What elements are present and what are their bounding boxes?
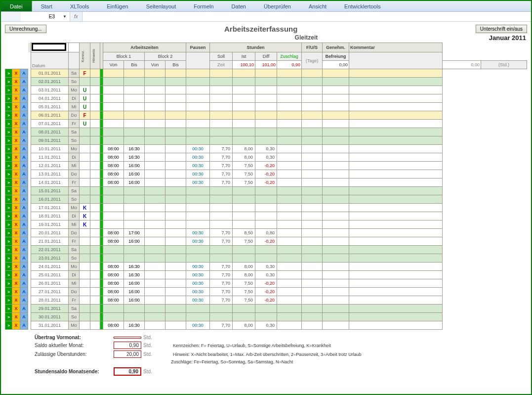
cell-ist[interactable] (233, 246, 255, 254)
cell-von2[interactable] (145, 263, 165, 271)
row-expand-button[interactable]: > (5, 279, 12, 288)
cell-fus[interactable] (302, 220, 323, 229)
cell-von2[interactable] (145, 145, 165, 153)
cell-befreiung[interactable] (323, 111, 349, 120)
cell-pause[interactable] (186, 78, 210, 86)
cell-diff[interactable] (255, 305, 277, 313)
cell-bis2[interactable] (165, 229, 186, 237)
cell-von1[interactable]: 08:00 (103, 321, 124, 330)
cell-kommentar[interactable] (349, 78, 443, 86)
row-expand-button[interactable]: > (5, 229, 12, 237)
cell-von1[interactable]: 08:00 (103, 162, 124, 170)
cell-kommentar[interactable] (349, 305, 443, 313)
cell-befreiung[interactable] (323, 94, 349, 103)
formula-input[interactable] (82, 12, 531, 21)
cell-soll[interactable] (210, 204, 233, 212)
row-a-button[interactable]: A (20, 94, 28, 103)
row-a-button[interactable]: A (20, 254, 28, 263)
ribbon-tab-einfügen[interactable]: Einfügen (98, 1, 137, 11)
ribbon-tab-seitenlayout[interactable]: Seitenlayout (137, 1, 185, 11)
row-x-button[interactable]: X (12, 305, 20, 313)
cell-kommentar[interactable] (349, 195, 443, 204)
row-x-button[interactable]: X (12, 220, 20, 229)
cell-befreiung[interactable] (323, 305, 349, 313)
cell-date[interactable]: 25.01.2011 (31, 271, 69, 279)
cell-date[interactable]: 06.01.2011 (31, 111, 69, 120)
cell-zuschlag[interactable] (277, 296, 302, 305)
cell-von2[interactable] (145, 170, 165, 178)
cell-pause[interactable] (186, 136, 210, 145)
cell-date[interactable]: 24.01.2011 (31, 263, 69, 271)
cell-von2[interactable] (145, 187, 165, 195)
cell-hinweis[interactable] (90, 78, 100, 86)
cell-diff[interactable] (255, 313, 277, 321)
cell-ist[interactable] (233, 313, 255, 321)
row-a-button[interactable]: A (20, 128, 28, 136)
cell-kennz[interactable]: U (80, 94, 90, 103)
cell-bis1[interactable]: 16:00 (124, 288, 145, 296)
cell-von2[interactable] (145, 178, 165, 187)
cell-hinweis[interactable] (90, 237, 100, 246)
cell-diff[interactable] (255, 195, 277, 204)
cell-von2[interactable] (145, 271, 165, 279)
cell-date[interactable]: 13.01.2011 (31, 170, 69, 178)
cell-kennz[interactable] (80, 321, 90, 330)
cell-diff[interactable] (255, 204, 277, 212)
cell-fus[interactable] (302, 296, 323, 305)
cell-von2[interactable] (145, 69, 165, 78)
cell-ist[interactable]: 8,50 (233, 229, 255, 237)
cell-kennz[interactable] (80, 237, 90, 246)
cell-hinweis[interactable] (90, 321, 100, 330)
cell-zuschlag[interactable] (277, 178, 302, 187)
cell-pause[interactable] (186, 313, 210, 321)
cell-diff[interactable]: -0,20 (255, 237, 277, 246)
cell-kommentar[interactable] (349, 220, 443, 229)
cell-bis2[interactable] (165, 111, 186, 120)
cell-fus[interactable] (302, 120, 323, 128)
cell-date[interactable]: 16.01.2011 (31, 195, 69, 204)
cell-diff[interactable] (255, 254, 277, 263)
cell-date[interactable]: 27.01.2011 (31, 288, 69, 296)
row-a-button[interactable]: A (20, 187, 28, 195)
ribbon-tab-entwicklertools[interactable]: Entwicklertools (335, 1, 389, 11)
cell-bis2[interactable] (165, 145, 186, 153)
row-a-button[interactable]: A (20, 313, 28, 321)
cell-kennz[interactable] (80, 229, 90, 237)
cell-soll[interactable]: 7,70 (210, 263, 233, 271)
row-x-button[interactable]: X (12, 103, 20, 111)
cell-von1[interactable] (103, 103, 124, 111)
cell-befreiung[interactable] (323, 263, 349, 271)
row-expand-button[interactable]: > (5, 86, 12, 94)
signature-toggle-button[interactable]: Unterschrift ein/aus (476, 25, 527, 33)
cell-zuschlag[interactable] (277, 288, 302, 296)
cell-fus[interactable] (302, 94, 323, 103)
cell-von1[interactable] (103, 204, 124, 212)
row-a-button[interactable]: A (20, 136, 28, 145)
cell-bis1[interactable]: 16:30 (124, 145, 145, 153)
cell-bis1[interactable] (124, 94, 145, 103)
umrechnung-button[interactable]: Umrechnung... (5, 25, 46, 33)
cell-kommentar[interactable] (349, 178, 443, 187)
cell-fus[interactable] (302, 69, 323, 78)
cell-bis2[interactable] (165, 153, 186, 162)
cell-kommentar[interactable] (349, 111, 443, 120)
cell-date[interactable]: 09.01.2011 (31, 136, 69, 145)
row-expand-button[interactable]: > (5, 145, 12, 153)
fx-icon[interactable]: fx (74, 14, 78, 19)
cell-ist[interactable]: 7,50 (233, 170, 255, 178)
row-x-button[interactable]: X (12, 162, 20, 170)
cell-hinweis[interactable] (90, 128, 100, 136)
cell-kennz[interactable] (80, 254, 90, 263)
cell-date[interactable]: 11.01.2011 (31, 153, 69, 162)
value-monatsende[interactable]: 0,90 (114, 367, 141, 376)
cell-hinweis[interactable] (90, 212, 100, 220)
cell-bis1[interactable]: 16:00 (124, 170, 145, 178)
cell-kommentar[interactable] (349, 321, 443, 330)
cell-bis1[interactable] (124, 120, 145, 128)
row-x-button[interactable]: X (12, 254, 20, 263)
cell-pause[interactable]: 00:30 (186, 279, 210, 288)
row-x-button[interactable]: X (12, 145, 20, 153)
cell-date[interactable]: 22.01.2011 (31, 246, 69, 254)
cell-date[interactable]: 15.01.2011 (31, 187, 69, 195)
cell-kommentar[interactable] (349, 271, 443, 279)
